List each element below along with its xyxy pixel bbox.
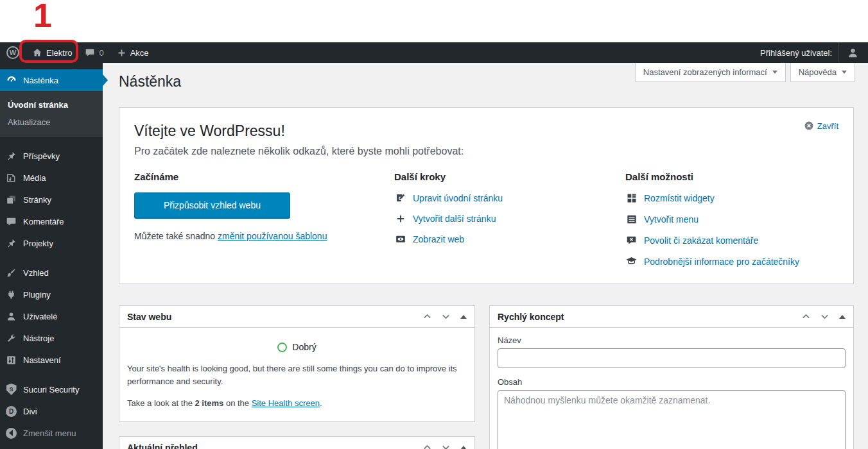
list-item: Zobrazit web bbox=[394, 233, 625, 245]
widgets-icon bbox=[625, 192, 638, 204]
paintbrush-icon bbox=[5, 267, 17, 278]
view-site-link[interactable]: Zobrazit web bbox=[413, 234, 464, 244]
toggle-panel-icon[interactable] bbox=[839, 315, 846, 319]
quick-draft-widget: Rychlý koncept Název bbox=[489, 305, 854, 449]
sidebar-item-comments[interactable]: Komentáře bbox=[0, 210, 103, 232]
submenu-item-home[interactable]: Úvodní stránka bbox=[0, 96, 103, 114]
draft-title-label: Název bbox=[498, 335, 846, 345]
welcome-column-get-started: Začínáme Přizpůsobit vzhled webu Můžete … bbox=[134, 171, 394, 267]
shield-icon: S bbox=[5, 384, 17, 395]
move-down-icon[interactable] bbox=[819, 311, 830, 322]
widget-header: Rychlý koncept bbox=[490, 306, 853, 328]
welcome-title: Vítejte ve WordPressu! bbox=[134, 123, 838, 140]
sidebar-item-users[interactable]: Uživatelé bbox=[0, 305, 103, 327]
widget-title: Stav webu bbox=[127, 312, 422, 322]
widget-body: Dobrý Your site's health is looking good… bbox=[119, 328, 474, 421]
change-theme-note: Můžete také snadno změnit používanou šab… bbox=[134, 231, 394, 241]
toggle-panel-icon[interactable] bbox=[460, 446, 467, 449]
toggle-panel-icon[interactable] bbox=[460, 315, 467, 319]
pushpin-icon bbox=[5, 238, 17, 249]
list-item: Rozmístit widgety bbox=[625, 192, 838, 204]
widget-title: Rychlý koncept bbox=[498, 312, 801, 322]
user-icon bbox=[5, 311, 17, 322]
move-up-icon[interactable] bbox=[422, 311, 433, 322]
sidebar-item-collapse-menu[interactable]: Zmenšit menu bbox=[0, 422, 103, 444]
plus-icon bbox=[117, 48, 126, 58]
edit-front-page-link[interactable]: Upravit úvodní stránku bbox=[413, 193, 503, 203]
sidebar-item-media[interactable]: Média bbox=[0, 167, 103, 189]
submenu-item-updates[interactable]: Aktualizace bbox=[0, 114, 103, 131]
admin-sidebar: Nástěnka Úvodní stránka Aktualizace Přís… bbox=[0, 63, 103, 449]
change-theme-link[interactable]: změnit používanou šablonu bbox=[218, 231, 327, 241]
welcome-column-more-actions: Další možnosti Rozmístit widgety Vytvoři… bbox=[625, 171, 838, 267]
sidebar-item-pages[interactable]: Stránky bbox=[0, 189, 103, 210]
move-down-icon[interactable] bbox=[440, 311, 451, 322]
plugin-icon bbox=[5, 289, 17, 300]
sidebar-item-dashboard[interactable]: Nástěnka bbox=[0, 69, 103, 91]
manage-widgets-link[interactable]: Rozmístit widgety bbox=[644, 193, 715, 203]
sidebar-item-posts[interactable]: Příspěvky bbox=[0, 145, 103, 167]
collapse-arrow-icon bbox=[5, 428, 17, 439]
site-health-description: Your site's health is looking good, but … bbox=[127, 362, 467, 388]
settings-sliders-icon bbox=[5, 355, 17, 366]
dismiss-welcome-link[interactable]: Zavřít bbox=[804, 121, 838, 131]
new-content-menu[interactable]: Akce bbox=[110, 42, 155, 63]
customize-site-button[interactable]: Přizpůsobit vzhled webu bbox=[134, 192, 290, 218]
wrench-icon bbox=[5, 333, 17, 344]
sidebar-item-divi[interactable]: D Divi bbox=[0, 400, 103, 422]
learn-more-link[interactable]: Podrobnější informace pro začátečníky bbox=[644, 257, 799, 267]
welcome-subtitle: Pro začátek zde naleznete několik odkazů… bbox=[134, 146, 838, 157]
logged-in-label: Přihlášený uživatel: bbox=[760, 48, 832, 58]
add-page-link[interactable]: Vytvořit další stránku bbox=[413, 214, 496, 224]
draft-content-label: Obsah bbox=[498, 377, 846, 387]
move-up-icon[interactable] bbox=[801, 311, 812, 322]
screen-options-tab[interactable]: Nastavení zobrazených informací bbox=[635, 63, 786, 82]
pushpin-icon bbox=[5, 151, 17, 162]
comment-bubble-icon bbox=[85, 47, 95, 58]
dashboard-column-right: Rychlý koncept Název bbox=[489, 305, 854, 449]
sidebar-item-projects[interactable]: Projekty bbox=[0, 232, 103, 254]
site-health-screen-link[interactable]: Site Health screen bbox=[252, 398, 320, 408]
help-tab[interactable]: Nápověda bbox=[790, 63, 855, 82]
chevron-down-icon bbox=[842, 71, 847, 76]
site-health-widget: Stav webu bbox=[119, 305, 475, 422]
list-item: Vytvořit další stránku bbox=[394, 214, 625, 224]
new-action-label: Akce bbox=[130, 48, 149, 58]
chevron-down-icon bbox=[772, 71, 777, 76]
sidebar-item-tools[interactable]: Nástroje bbox=[0, 327, 103, 349]
list-item: Upravit úvodní stránku bbox=[394, 192, 625, 204]
toggle-comments-link[interactable]: Povolit či zakázat komentáře bbox=[644, 235, 758, 246]
admin-bar-right: Přihlášený uživatel: bbox=[760, 42, 868, 63]
site-health-cta: Take a look at the 2 items on the Site H… bbox=[127, 397, 467, 410]
wordpress-logo-icon: W bbox=[6, 46, 19, 59]
sidebar-item-plugins[interactable]: Pluginy bbox=[0, 284, 103, 305]
annotation-highlight-box bbox=[19, 40, 78, 63]
dashboard-column-left: Stav webu bbox=[119, 305, 475, 449]
divi-logo-icon: D bbox=[5, 406, 17, 417]
widget-header: Stav webu bbox=[119, 306, 474, 328]
menu-icon bbox=[625, 214, 638, 225]
sidebar-item-settings[interactable]: Nastavení bbox=[0, 349, 103, 371]
widget-title: Aktuální přehled bbox=[127, 443, 422, 449]
user-avatar-icon[interactable] bbox=[838, 42, 868, 63]
pages-icon bbox=[5, 194, 17, 205]
view-site-icon bbox=[394, 233, 406, 245]
comment-count: 0 bbox=[99, 48, 103, 58]
screen-meta-tabs: Nastavení zobrazených informací Nápověda bbox=[635, 63, 855, 82]
create-menu-link[interactable]: Vytvořit menu bbox=[644, 214, 699, 224]
dismiss-icon bbox=[804, 121, 814, 131]
list-item: Vytvořit menu bbox=[625, 214, 838, 225]
learn-more-icon bbox=[625, 255, 638, 267]
main-content: Nastavení zobrazených informací Nápověda… bbox=[103, 63, 868, 449]
sidebar-item-sucuri-security[interactable]: S Sucuri Security bbox=[0, 378, 103, 400]
site-health-status: Dobrý bbox=[127, 342, 467, 352]
move-up-icon[interactable] bbox=[422, 442, 433, 449]
welcome-panel: Zavřít Vítejte ve WordPressu! Pro začáte… bbox=[119, 107, 854, 284]
sidebar-item-appearance[interactable]: Vzhled bbox=[0, 262, 103, 284]
media-icon bbox=[5, 173, 17, 183]
draft-title-input[interactable] bbox=[498, 348, 846, 368]
comments-admin-bar[interactable]: 0 bbox=[78, 42, 110, 63]
move-down-icon[interactable] bbox=[440, 442, 451, 449]
draft-content-textarea[interactable] bbox=[498, 390, 846, 449]
welcome-column-next-steps: Další kroky Upravit úvodní stránku Vytvo… bbox=[394, 171, 625, 267]
